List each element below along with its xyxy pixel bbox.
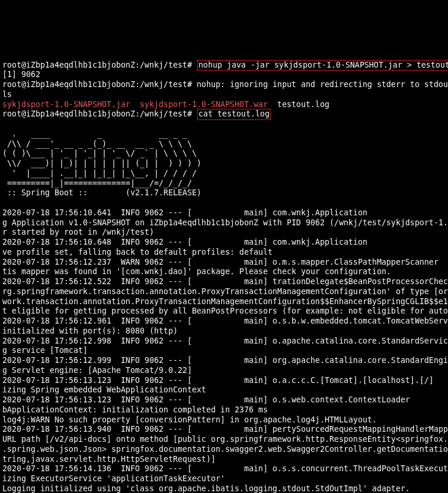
highlighted-command-1: nohup java -jar sykjdsport-1.0-SNAPSHOT.…: [197, 60, 448, 71]
file-jar: sykjdsport-1.0-SNAPSHOT.jar: [2, 100, 131, 109]
log-line: g service [Tomcat]: [2, 346, 88, 355]
spring-banner-line: \\/ ___)| |_)| | | | | || (_| | ) ) ) ): [2, 159, 202, 168]
log-line: tis mapper was found in '[com.wnkj.dao]'…: [2, 267, 391, 276]
log-line: t eligible for getting processed by all …: [2, 307, 448, 315]
log-line: rg.springframework.transaction.annotatio…: [2, 287, 448, 296]
shell-prompt[interactable]: root@iZbp1a4eqdlhb1c1bjobonZ:/wnkj/test#: [2, 80, 192, 89]
log-line: bApplicationContext: initialization comp…: [2, 405, 268, 414]
log-line: g Servlet engine: [Apache Tomcat/9.0.22]: [2, 366, 192, 375]
log-line: log4j:WARN No such property [conversionP…: [2, 415, 377, 424]
highlighted-command-2: cat testout.log: [197, 109, 272, 120]
log-line: 2020-07-18 17:56:12.998 INFO 9062 --- [ …: [2, 337, 448, 345]
nohup-message: nohup: ignoring input and redirecting st…: [197, 80, 448, 89]
terminal-output: root@iZbp1a4eqdlhb1c1bjobonZ:/wnkj/test#…: [0, 49, 448, 493]
log-line: 2020-07-18 17:56:13.123 INFO 9062 --- [ …: [2, 376, 448, 385]
command-text: nohup java -jar sykjdsport-1.0-SNAPSHOT.…: [199, 61, 448, 69]
log-line: izing ExecutorService 'applicationTaskEx…: [2, 474, 225, 483]
log-line: tring,javax.servlet.http.HttpServletRequ…: [2, 455, 216, 464]
shell-prompt[interactable]: root@iZbp1a4eqdlhb1c1bjobonZ:/wnkj/test#: [2, 109, 192, 118]
spring-banner-line: /\\ / ___'_ __ _ _(_)_ __ __ _ \ \ \ \: [2, 139, 192, 148]
log-line: izing Spring embedded WebApplicationCont…: [2, 385, 206, 394]
log-line: 2020-07-18 17:56:12.999 INFO 9062 --- [ …: [2, 356, 448, 365]
log-line: 2020-07-18 17:56:13.123 INFO 9062 --- [ …: [2, 395, 448, 404]
log-line: 2020-07-18 17:56:14.136 INFO 9062 --- [ …: [2, 464, 448, 473]
log-line: 2020-07-18 17:56:12.522 INFO 9062 --- [ …: [2, 277, 448, 286]
log-line: .spring.web.json.Json> springfox.documen…: [2, 445, 448, 454]
log-line: 2020-07-18 17:56:13.940 INFO 9062 --- [ …: [2, 425, 448, 434]
log-line: Logging initialized using 'class org.apa…: [2, 484, 410, 493]
spring-banner-line: ( ( )\___ | '_ | '_| | '_ \/ _` | \ \ \ …: [2, 149, 197, 158]
log-line: ve profile set, falling back to default …: [2, 248, 273, 257]
command-text: cat testout.log: [199, 109, 270, 118]
log-line: work.transaction.annotation.ProxyTransac…: [2, 297, 448, 306]
log-line: 2020-07-18 17:56:10.641 INFO 9062 --- [ …: [2, 208, 448, 217]
log-line: r started by root in /wnkj/test): [2, 228, 154, 236]
log-line: 2020-07-18 17:56:12.961 INFO 9062 --- [ …: [2, 317, 448, 325]
ls-command: ls: [2, 90, 12, 99]
spring-banner-line: :: Spring Boot :: (v2.1.7.RELEASE): [2, 188, 202, 197]
file-war: sykjdsport-1.0-SNAPSHOT.war: [140, 100, 268, 109]
log-line: 2020-07-18 17:56:12.237 WARN 9062 --- [ …: [2, 258, 448, 267]
log-line: 2020-07-18 17:56:10.648 INFO 9062 --- [ …: [2, 238, 448, 246]
spring-banner-line: ' |____| .__|_| |_|_| |_\__, | / / / /: [2, 169, 197, 178]
log-line: URL path [/v2/api-docs] onto method [pub…: [2, 435, 448, 444]
file-log: testout.log: [278, 100, 330, 109]
spring-banner-line: . ____ _ __ _ _: [2, 129, 187, 138]
spring-banner-line: =========|_|==============|___/=/_/_/_/: [2, 179, 192, 188]
log-line: initialized with port(s): 8080 (http): [2, 327, 178, 335]
shell-prompt[interactable]: root@iZbp1a4eqdlhb1c1bjobonZ:/wnkj/test#: [2, 61, 192, 69]
job-id-line: [1] 9062: [2, 70, 41, 79]
log-line: g Application v1.0-SNAPSHOT on iZbp1a4eq…: [2, 218, 448, 227]
